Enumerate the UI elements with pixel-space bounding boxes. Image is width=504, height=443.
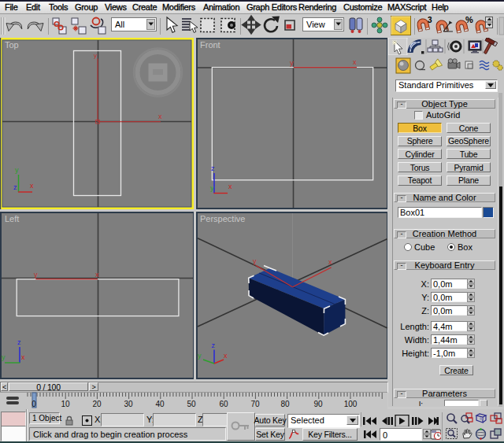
svg-text:y: y [210,184,214,192]
svg-text:z: z [211,164,215,172]
svg-text:20: 20 [92,400,102,408]
svg-text:x: x [353,58,357,66]
svg-text:z: z [13,183,17,191]
svg-text:3: 3 [428,16,432,24]
svg-text:y: y [15,166,19,174]
svg-text:View: View [306,20,325,29]
svg-text:Top: Top [5,40,19,50]
svg-text:y: y [290,59,294,67]
svg-text:10: 10 [61,400,70,408]
svg-text:x: x [228,183,232,190]
svg-text:Front: Front [200,40,220,50]
svg-text:Left: Left [5,214,19,223]
svg-text:40: 40 [155,400,165,408]
svg-text:x: x [95,271,99,279]
svg-text:y: y [34,271,38,279]
svg-text:80: 80 [280,400,290,408]
svg-text:x: x [224,352,228,360]
svg-text:%: % [465,15,473,24]
svg-text:All: All [115,20,124,29]
svg-text:100: 100 [344,400,358,408]
svg-text:x: x [328,258,332,266]
svg-text:y: y [198,352,202,360]
svg-text:90: 90 [313,400,323,408]
svg-text:x: x [21,353,25,361]
svg-text:60: 60 [219,400,228,408]
svg-text:0: 0 [32,400,36,408]
svg-text:y: y [94,52,97,59]
svg-text:y: y [2,353,6,361]
svg-text:z: z [212,341,216,349]
svg-text:70: 70 [250,400,260,408]
svg-text:x: x [30,182,34,190]
svg-text:Perspective: Perspective [200,214,245,223]
svg-text:z: z [17,338,21,346]
svg-text:50: 50 [187,400,196,408]
svg-text:30: 30 [124,400,133,408]
svg-text:y: y [253,257,257,265]
svg-text:x: x [158,113,162,120]
